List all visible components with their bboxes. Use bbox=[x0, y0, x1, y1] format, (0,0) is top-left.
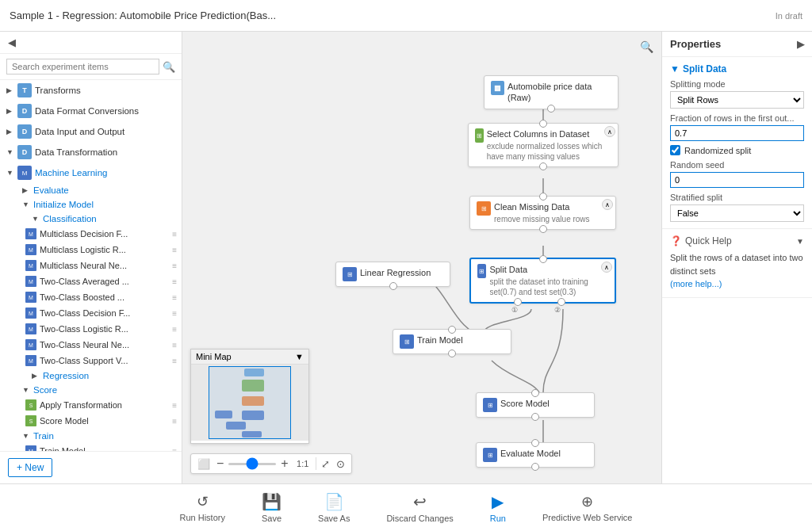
chevron-down-icon-class: ▼ bbox=[32, 215, 40, 223]
node-clean-missing[interactable]: ∧ ⊞ Clean Missing Data remove missing va… bbox=[469, 196, 616, 230]
properties-title: Properties bbox=[670, 38, 721, 50]
node-port-bottom-1[interactable] bbox=[539, 162, 547, 170]
transforms-icon: T bbox=[17, 83, 32, 97]
sidebar-item-machine-learning[interactable]: ▼ M Machine Learning bbox=[0, 162, 182, 183]
node-automobile-data[interactable]: ▦ Automobile price data (Raw) bbox=[484, 75, 619, 109]
quick-help-link[interactable]: (more help...) bbox=[670, 279, 722, 288]
evaluate-model-title: Evaluate Model bbox=[500, 448, 561, 459]
ml-leaf-icon-5: M bbox=[25, 292, 36, 303]
list-item-multiclass-logistic[interactable]: M Multiclass Logistic R... ≡ bbox=[0, 242, 182, 258]
node-port-bottom-em[interactable] bbox=[531, 463, 539, 471]
list-item-multiclass-decision[interactable]: M Multiclass Decision F... ≡ bbox=[0, 226, 182, 242]
sidebar-subitem-regression[interactable]: ▶ Regression bbox=[0, 369, 182, 383]
chevron-right-icon-3: ▶ bbox=[6, 128, 14, 136]
node-evaluate-model[interactable]: ⊞ Evaluate Model bbox=[476, 442, 595, 468]
node-port-top-sm[interactable] bbox=[531, 389, 539, 397]
predictive-label: Predictive Web Service bbox=[542, 513, 633, 522]
node-split-data[interactable]: ∧ ⊞ Split Data split the dataset into tr… bbox=[469, 258, 616, 304]
list-item-two-class-decision[interactable]: M Two-Class Decision F... ≡ bbox=[0, 305, 182, 321]
run-button[interactable]: ▶ Run bbox=[484, 489, 512, 526]
list-item-multiclass-neural[interactable]: M Multiclass Neural Ne... ≡ bbox=[0, 258, 182, 273]
sidebar-item-transforms[interactable]: ▶ T Transforms bbox=[0, 80, 182, 101]
discard-changes-button[interactable]: ↩ Discard Changes bbox=[380, 489, 459, 526]
mini-map-header[interactable]: Mini Map ▼ bbox=[191, 350, 308, 365]
list-item-two-class-neural[interactable]: M Two-Class Neural Ne... ≡ bbox=[0, 337, 182, 353]
sidebar-item-data-input-output[interactable]: ▶ D Data Input and Output bbox=[0, 121, 182, 142]
node-train-model[interactable]: ⊞ Train Model bbox=[393, 329, 511, 354]
more-icon-6: ≡ bbox=[172, 309, 177, 318]
collapse-btn-2[interactable]: ∧ bbox=[602, 199, 613, 210]
zoom-in-button[interactable]: + bbox=[279, 457, 289, 471]
fraction-input[interactable] bbox=[670, 125, 804, 141]
save-as-button[interactable]: 📄 Save As bbox=[312, 489, 356, 526]
data-format-icon: D bbox=[17, 104, 32, 118]
center-button[interactable]: ⊙ bbox=[335, 458, 347, 470]
quick-help-header[interactable]: ❓ Quick Help ▼ bbox=[670, 235, 804, 246]
node-port-top-1[interactable] bbox=[539, 120, 547, 128]
regression-label: Regression bbox=[43, 371, 89, 380]
properties-expand-icon[interactable]: ▶ bbox=[797, 39, 804, 50]
fit-width-button[interactable]: ⤢ bbox=[320, 458, 331, 470]
node-port-bottom-sm[interactable] bbox=[531, 413, 539, 421]
mini-map-viewport[interactable] bbox=[209, 366, 291, 439]
collapse-btn-3[interactable]: ∧ bbox=[601, 262, 612, 273]
splitting-mode-select[interactable]: Split Rows Relative Expression Regular E… bbox=[670, 91, 804, 109]
random-seed-input[interactable] bbox=[670, 172, 804, 188]
list-item-two-class-boosted[interactable]: M Two-Class Boosted ... ≡ bbox=[0, 289, 182, 305]
sidebar-toggle[interactable]: ◀ bbox=[0, 32, 182, 54]
discard-label: Discard Changes bbox=[386, 514, 453, 523]
predictive-web-service-button[interactable]: ⊕ Predictive Web Service bbox=[536, 490, 639, 525]
list-item-two-class-logistic[interactable]: M Two-Class Logistic R... ≡ bbox=[0, 321, 182, 337]
linear-regression-title: Linear Regression bbox=[360, 267, 431, 278]
train-label: Train bbox=[33, 431, 54, 441]
fit-to-screen-button[interactable]: ⬜ bbox=[196, 458, 212, 470]
node-port-top-2[interactable] bbox=[539, 193, 547, 201]
zoom-out-button[interactable]: − bbox=[215, 457, 225, 471]
list-item-apply-transformation[interactable]: S Apply Transformation ≡ bbox=[0, 397, 182, 413]
run-history-button[interactable]: ↺ Run History bbox=[174, 490, 232, 525]
node-port-top-em[interactable] bbox=[531, 439, 539, 447]
node-port-bottom-tm[interactable] bbox=[448, 350, 456, 357]
list-item-two-class-averaged[interactable]: M Two-Class Averaged ... ≡ bbox=[0, 273, 182, 289]
multiclass-decision-label: Multiclass Decision F... bbox=[40, 229, 169, 239]
node-port-bottom[interactable] bbox=[547, 105, 555, 113]
sidebar-item-data-transformation[interactable]: ▼ D Data Transformation bbox=[0, 142, 182, 162]
node-port-bottom-lr[interactable] bbox=[389, 282, 397, 290]
list-item-two-class-support[interactable]: M Two-Class Support V... ≡ bbox=[0, 353, 182, 369]
port-1[interactable] bbox=[514, 298, 522, 306]
node-port-bottom-2[interactable] bbox=[539, 225, 547, 233]
two-class-neural-label: Two-Class Neural Ne... bbox=[40, 340, 169, 350]
sidebar-subitem-score[interactable]: ▼ Score bbox=[0, 383, 182, 397]
ml-leaf-icon-7: M bbox=[25, 323, 36, 334]
score-leaf-icon-1: S bbox=[25, 399, 36, 411]
sidebar-subitem-initialize-model[interactable]: ▼ Initialize Model bbox=[0, 197, 182, 212]
ml-icon: M bbox=[17, 166, 32, 180]
save-as-icon: 📄 bbox=[324, 492, 344, 511]
node-port-top-tm[interactable] bbox=[448, 326, 456, 334]
chevron-right-icon-eval: ▶ bbox=[22, 186, 30, 194]
sidebar-subitem-classification[interactable]: ▼ Classification bbox=[0, 212, 182, 226]
search-input[interactable] bbox=[6, 59, 159, 74]
node-select-columns[interactable]: ∧ ⊞ Select Columns in Dataset exclude no… bbox=[468, 123, 619, 167]
mini-map: Mini Map ▼ bbox=[190, 349, 309, 444]
score-model-title: Score Model bbox=[500, 398, 550, 409]
node-score-model[interactable]: ⊞ Score Model bbox=[476, 392, 595, 418]
save-button[interactable]: 💾 Save bbox=[255, 489, 288, 526]
node-linear-regression[interactable]: ⊞ Linear Regression bbox=[335, 262, 450, 287]
chevron-right-icon-2: ▶ bbox=[6, 107, 14, 115]
fraction-label: Fraction of rows in the first out... bbox=[670, 113, 804, 123]
port-2[interactable] bbox=[557, 298, 565, 306]
node-port-top-3[interactable] bbox=[539, 255, 547, 263]
sidebar-item-data-format-conversions[interactable]: ▶ D Data Format Conversions bbox=[0, 101, 182, 121]
sidebar-subitem-train[interactable]: ▼ Train bbox=[0, 429, 182, 443]
add-new-button[interactable]: + New bbox=[8, 458, 52, 477]
list-item-train-model[interactable]: M Train Model ≡ bbox=[0, 443, 182, 451]
sidebar-subitem-evaluate[interactable]: ▶ Evaluate bbox=[0, 183, 182, 197]
stratified-split-select[interactable]: False True bbox=[670, 204, 804, 222]
canvas-search-icon[interactable]: 🔍 bbox=[638, 38, 655, 55]
collapse-btn-1[interactable]: ∧ bbox=[604, 126, 615, 137]
zoom-slider[interactable] bbox=[228, 463, 276, 465]
randomized-split-checkbox[interactable] bbox=[670, 145, 680, 155]
split-node-icon: ⊞ bbox=[477, 264, 486, 278]
list-item-score-model[interactable]: S Score Model ≡ bbox=[0, 413, 182, 429]
